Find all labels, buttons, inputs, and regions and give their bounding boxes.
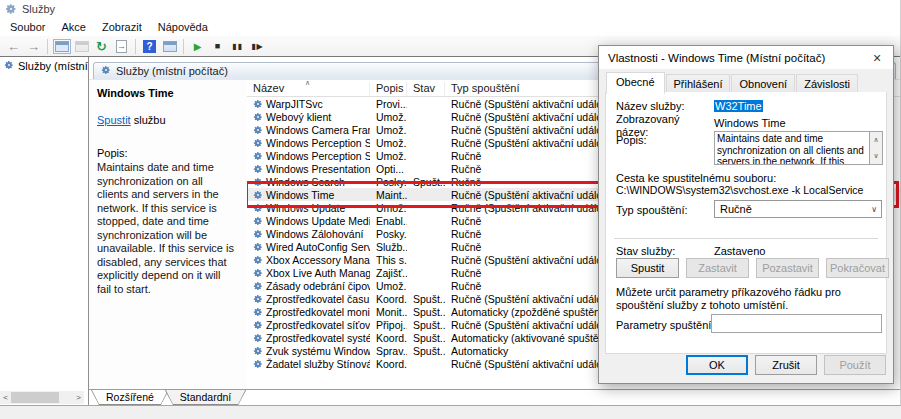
service-name: Zprostředkovatel monitoro... [266,306,370,318]
resume-button[interactable]: Pokračovat [826,258,889,278]
cancel-button[interactable]: Zrušit [755,355,817,375]
toolbar-separator [47,39,48,54]
service-name: Zprostředkovatel systémov... [266,332,370,344]
dialog-buttons: OK Zrušit Použít [686,355,886,375]
service-description: Zajišť... [370,267,407,279]
service-gear-icon [253,203,263,213]
dialog-description-box[interactable]: Maintains date and time synchronization … [714,131,870,165]
help-icon: ? [143,40,156,53]
service-name-label: Název služby: [616,100,684,113]
service-description: Umož... [370,137,407,149]
tab-general[interactable]: Obecné [606,72,665,94]
menu-action[interactable]: Akce [53,19,93,35]
export-list-button[interactable]: → [112,38,131,55]
service-description: This s... [370,254,407,266]
help-button[interactable]: ? [140,38,159,55]
service-gear-icon [253,255,263,265]
pause-button[interactable]: Pozastavit [756,258,819,278]
properties-dialog: Vlastnosti - Windows Time (Místní počíta… [598,45,894,384]
service-control-buttons: Spustit Zastavit Pozastavit Pokračovat [616,258,889,278]
console-tree-pane: Služby (místní poč < > [0,57,89,405]
service-gear-icon [253,294,263,304]
scroll-up-icon[interactable]: ∧ [870,132,882,148]
tab-logon[interactable]: Přihlášení [666,74,731,94]
tab-recovery[interactable]: Obnovení [731,74,795,94]
service-name: Zvuk systému Windows [266,345,370,357]
menu-view[interactable]: Zobrazit [94,19,150,35]
service-status: Spušt... [407,176,445,188]
scroll-right-icon[interactable]: > [73,391,84,404]
dialog-tabs: Obecné Přihlášení Obnovení Závislosti [599,69,893,94]
tab-standard[interactable]: Standardní [165,390,246,405]
service-description: Enabl... [370,215,407,227]
service-name: Xbox Live Auth Manager [266,267,370,279]
tab-extended[interactable]: Rozšířené [91,390,169,405]
action-suffix: službu [131,114,166,126]
service-description: Umož... [370,111,407,123]
service-status: Spušt... [407,332,445,344]
taskpad-gear-icon-slot [101,65,111,77]
tab-dependencies[interactable]: Závislosti [796,74,858,94]
service-gear-icon [253,229,263,239]
start-button[interactable]: Spustit [616,258,679,278]
tree-horizontal-scrollbar[interactable]: < > [0,391,84,404]
startup-params-input[interactable] [711,314,882,333]
restart-service-button[interactable]: ▮▶ [248,38,267,55]
description-scrollbar[interactable]: ∧ ∨ [870,131,883,165]
start-service-link[interactable]: Spustit [97,114,131,126]
service-gear-icon [253,216,263,226]
service-name: Zásady odebrání čipové karty [266,280,370,292]
service-description: Koord... [370,332,407,344]
stop-button[interactable]: Zastavit [686,258,749,278]
column-header-status[interactable]: Stav [407,82,445,96]
selected-service-title: Windows Time [97,87,237,99]
forward-arrow-icon: → [27,39,40,54]
export-list-icon: → [116,40,127,53]
service-gear-icon [253,346,263,356]
startup-params-label: Parametry spuštění: [616,319,714,331]
general-tab-page: Název služby: W32Time Zobrazovaný název:… [605,92,887,354]
apply-button[interactable]: Použít [824,355,886,375]
ok-button[interactable]: OK [686,355,748,375]
service-name: Windows Time [266,189,334,201]
back-button[interactable]: ← [4,38,23,55]
stop-service-button[interactable]: ■ [208,38,227,55]
menu-file[interactable]: Soubor [2,19,53,35]
close-icon[interactable]: × [861,46,893,69]
scrollbar-thumb[interactable] [11,392,59,403]
service-name-value: W32Time [714,100,763,112]
service-description: Koord... [370,358,407,370]
forward-button[interactable]: → [24,38,43,55]
service-description: Provi... [370,98,407,110]
start-service-button[interactable]: ▶ [188,38,207,55]
refresh-button[interactable]: ↻ [92,38,111,55]
restart-icon: ▮▶ [251,42,264,51]
service-name: Webový klient [266,111,331,123]
title-bar: Služby [0,0,900,18]
service-description: Monit... [370,306,407,318]
startup-type-value: Ručně [720,203,752,215]
scrollbar-track[interactable] [11,391,73,404]
show-console-tree-button[interactable] [52,38,71,55]
params-hint-text: Můžete určit parametry příkazového řádku… [616,286,880,312]
toolbar-separator [183,39,184,54]
scroll-left-icon[interactable]: < [0,391,11,404]
startup-type-dropdown[interactable]: Ručně ∨ [714,200,882,218]
sort-ascending-icon: ∧ [305,79,310,87]
service-name: Windows Perception Simul... [266,150,370,162]
scroll-down-icon[interactable]: ∨ [870,148,882,164]
path-label: Cesta ke spustitelnému souboru: [616,172,776,185]
properties-button[interactable] [72,38,91,55]
service-description: Sprav... [370,345,407,357]
menu-help[interactable]: Nápověda [150,19,216,35]
pause-service-button[interactable]: ▮▮ [228,38,247,55]
column-header-description[interactable]: Popis [370,82,407,96]
show-action-pane-button[interactable] [160,38,179,55]
service-name: Zprostředkovatel síťového ... [266,319,370,331]
service-gear-icon [4,60,14,70]
taskpad-header-label: Služby (místní počítač) [116,65,228,77]
tree-item-services-root[interactable]: Služby (místní poč [0,57,88,72]
chevron-down-icon: ∨ [871,205,877,214]
refresh-icon: ↻ [96,39,107,54]
service-gear-icon [253,268,263,278]
